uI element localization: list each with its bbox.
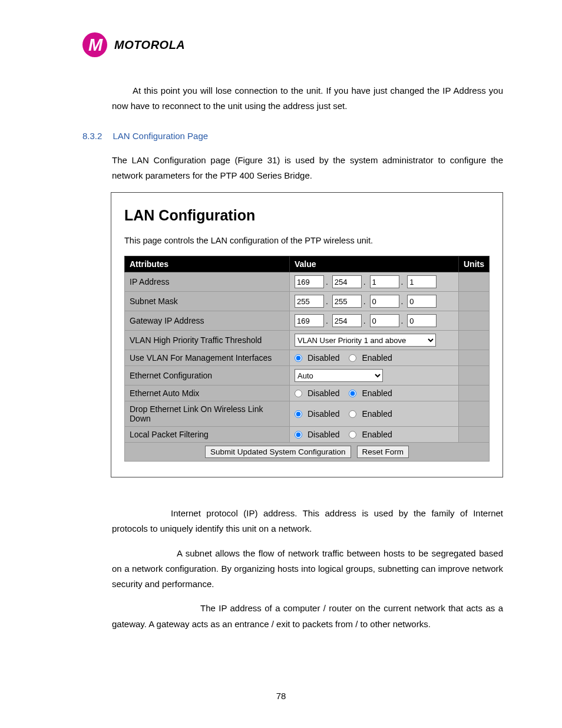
ip-octet-1[interactable]: [295, 275, 324, 288]
label-vlan-mgmt: Use VLAN For Management Interfaces: [125, 350, 290, 366]
header-attributes: Attributes: [125, 256, 290, 272]
units-mask: [459, 292, 490, 311]
definition-ip: Internet protocol (IP) address. This add…: [112, 506, 503, 537]
section-heading: 8.3.2 LAN Configuration Page: [82, 131, 503, 141]
row-vlan-mgmt: Use VLAN For Management Interfaces Disab…: [125, 350, 490, 366]
gw-octet-1[interactable]: [295, 314, 324, 327]
units-ip: [459, 272, 490, 292]
drop-enabled-label: Enabled: [362, 409, 392, 419]
row-drop-link: Drop Ethernet Link On Wireless Link Down…: [125, 401, 490, 427]
mask-octet-1[interactable]: [295, 295, 324, 308]
row-gateway: Gateway IP Address . . .: [125, 311, 490, 331]
label-eth-mdix: Ethernet Auto Mdix: [125, 386, 290, 401]
gw-octet-3[interactable]: [370, 314, 399, 327]
header-value: Value: [290, 256, 459, 272]
brand-name: MOTOROLA: [114, 38, 185, 52]
row-eth-mdix: Ethernet Auto Mdix Disabled Enabled: [125, 386, 490, 401]
motorola-logo-icon: M: [82, 32, 107, 57]
drop-enabled-radio[interactable]: [349, 410, 356, 418]
filter-disabled-label: Disabled: [308, 430, 339, 439]
units-ethcfg: [459, 366, 490, 386]
drop-disabled-radio[interactable]: [295, 410, 302, 418]
table-header-row: Attributes Value Units: [125, 256, 490, 272]
lan-config-panel: LAN Configuration This page controls the…: [111, 192, 503, 477]
label-gateway: Gateway IP Address: [125, 311, 290, 331]
ip-octet-4[interactable]: [407, 275, 437, 288]
row-ip-address: IP Address . . .: [125, 272, 490, 292]
units-vlanprio: [459, 331, 490, 350]
label-vlan-priority: VLAN High Priority Traffic Threshold: [125, 331, 290, 350]
row-packet-filter: Local Packet Filtering Disabled Enabled: [125, 427, 490, 443]
units-filter: [459, 427, 490, 443]
button-row: Submit Updated System Configuration Rese…: [125, 443, 490, 462]
mdix-disabled-label: Disabled: [308, 388, 339, 398]
panel-description: This page controls the LAN configuration…: [124, 236, 490, 245]
definition-gateway: The IP address of a computer / router on…: [112, 601, 503, 632]
gw-octet-4[interactable]: [407, 314, 437, 327]
mdix-enabled-label: Enabled: [362, 388, 392, 398]
header-units: Units: [459, 256, 490, 272]
mask-octet-2[interactable]: [332, 295, 362, 308]
submit-button[interactable]: Submit Updated System Configuration: [205, 446, 351, 458]
filter-enabled-label: Enabled: [362, 430, 392, 439]
mask-octet-3[interactable]: [370, 295, 399, 308]
mdix-disabled-radio[interactable]: [295, 390, 302, 397]
ip-octet-2[interactable]: [332, 275, 362, 288]
row-subnet-mask: Subnet Mask . . .: [125, 292, 490, 311]
section-body: The LAN Configuration page (Figure 31) i…: [112, 153, 503, 184]
panel-title: LAN Configuration: [124, 207, 490, 224]
drop-disabled-label: Disabled: [308, 409, 339, 419]
row-vlan-priority: VLAN High Priority Traffic Threshold VLA…: [125, 331, 490, 350]
filter-disabled-radio[interactable]: [295, 431, 302, 439]
reset-button[interactable]: Reset Form: [357, 446, 409, 458]
units-vlanmgmt: [459, 350, 490, 366]
definition-subnet-mask: A subnet allows the flow of network traf…: [112, 546, 503, 592]
vlan-priority-select[interactable]: VLAN User Priority 1 and above: [295, 334, 436, 347]
units-gw: [459, 311, 490, 331]
brand-header: M MOTOROLA: [82, 32, 503, 57]
page-number: 78: [0, 691, 562, 701]
config-table: Attributes Value Units IP Address . . . …: [124, 256, 490, 462]
label-drop-link: Drop Ethernet Link On Wireless Link Down: [125, 401, 290, 427]
filter-enabled-radio[interactable]: [349, 431, 356, 439]
vlan-mgmt-disabled-label: Disabled: [308, 353, 339, 363]
label-ip-address: IP Address: [125, 272, 290, 292]
row-eth-config: Ethernet Configuration Auto: [125, 366, 490, 386]
ip-octet-3[interactable]: [370, 275, 399, 288]
vlan-mgmt-disabled-radio[interactable]: [295, 354, 302, 362]
eth-config-select[interactable]: Auto: [295, 369, 383, 382]
units-drop: [459, 401, 490, 427]
intro-paragraph: At this point you will lose connection t…: [112, 83, 503, 114]
vlan-mgmt-enabled-label: Enabled: [362, 353, 392, 363]
mdix-enabled-radio[interactable]: [349, 390, 356, 397]
mask-octet-4[interactable]: [407, 295, 437, 308]
label-packet-filter: Local Packet Filtering: [125, 427, 290, 443]
label-eth-config: Ethernet Configuration: [125, 366, 290, 386]
section-number: 8.3.2: [82, 131, 102, 141]
gw-octet-2[interactable]: [332, 314, 362, 327]
label-subnet-mask: Subnet Mask: [125, 292, 290, 311]
units-mdix: [459, 386, 490, 401]
section-title: LAN Configuration Page: [113, 131, 208, 141]
vlan-mgmt-enabled-radio[interactable]: [349, 354, 356, 362]
